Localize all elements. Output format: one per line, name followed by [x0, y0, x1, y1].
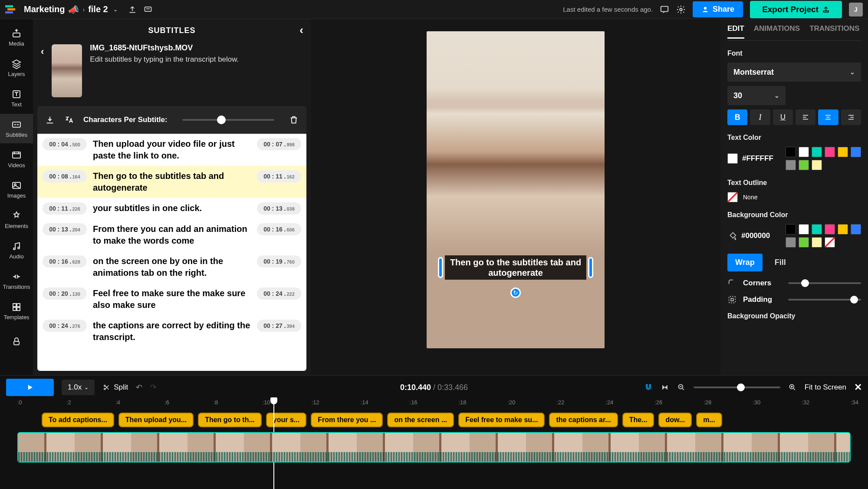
- gear-icon[interactable]: [676, 5, 686, 14]
- underline-button[interactable]: U: [773, 109, 793, 125]
- padding-slider[interactable]: [788, 299, 861, 301]
- rail-text[interactable]: Text: [0, 83, 33, 113]
- caption-handle-left[interactable]: [438, 257, 443, 278]
- subtitle-text[interactable]: Then go to the subtitles tab and autogen…: [93, 170, 251, 194]
- export-button[interactable]: Export Project: [750, 1, 842, 18]
- subtitle-row[interactable]: 00 : 04 .500Then upload your video file …: [37, 134, 306, 166]
- color-swatch[interactable]: [786, 224, 796, 235]
- color-swatch[interactable]: [812, 224, 822, 235]
- rail-templates[interactable]: Templates: [0, 296, 33, 326]
- corners-slider[interactable]: [788, 282, 861, 284]
- subtitle-chip[interactable]: dow...: [658, 413, 692, 427]
- share-button[interactable]: Share: [693, 1, 743, 17]
- subtitle-chip[interactable]: The...: [622, 413, 654, 427]
- subtitle-row[interactable]: 00 : 11 .226your subtitles in one click.…: [37, 198, 306, 219]
- color-swatch[interactable]: [812, 160, 822, 170]
- color-swatch[interactable]: [838, 147, 848, 157]
- color-swatch[interactable]: [825, 237, 835, 248]
- italic-button[interactable]: I: [750, 109, 770, 125]
- color-swatch[interactable]: [838, 224, 848, 235]
- end-time[interactable]: 00 : 24 .222: [257, 287, 301, 300]
- zoom-in-icon[interactable]: [788, 383, 797, 392]
- subtitle-row[interactable]: 00 : 20 .130Feel free to make sure the m…: [37, 283, 306, 315]
- rail-more[interactable]: [0, 327, 33, 356]
- magnet-icon[interactable]: [644, 383, 653, 392]
- text-outline-row[interactable]: None: [727, 192, 861, 202]
- redo-icon[interactable]: ↷: [150, 383, 157, 392]
- end-time[interactable]: 00 : 19 .760: [257, 255, 301, 268]
- rail-elements[interactable]: Elements: [0, 205, 33, 235]
- text-color-hex[interactable]: #FFFFFF: [742, 154, 773, 163]
- end-time[interactable]: 00 : 16 .606: [257, 223, 301, 235]
- rail-transitions[interactable]: Transitions: [0, 266, 33, 295]
- color-swatch[interactable]: [851, 224, 861, 235]
- bold-button[interactable]: B: [727, 109, 747, 125]
- start-time[interactable]: 00 : 13 .204: [43, 223, 87, 235]
- rail-audio[interactable]: Audio: [0, 235, 33, 265]
- color-swatch[interactable]: [786, 147, 796, 157]
- clip-thumbnail[interactable]: [52, 44, 82, 97]
- rail-images[interactable]: Images: [0, 175, 33, 204]
- end-time[interactable]: 00 : 13 .038: [257, 202, 301, 215]
- start-time[interactable]: 00 : 16 .628: [43, 255, 87, 268]
- start-time[interactable]: 00 : 04 .500: [43, 138, 87, 150]
- close-icon[interactable]: ✕: [854, 382, 862, 393]
- subtitle-chip[interactable]: m...: [696, 413, 722, 427]
- subtitle-chip[interactable]: From there you ...: [311, 413, 383, 427]
- back-chevron-icon[interactable]: ‹: [41, 46, 44, 97]
- caption-handle-right[interactable]: [588, 257, 593, 278]
- start-time[interactable]: 00 : 11 .226: [43, 202, 87, 215]
- chat-icon[interactable]: [660, 5, 669, 14]
- comment-icon[interactable]: [144, 5, 152, 14]
- trim-icon[interactable]: [661, 383, 669, 392]
- avatar[interactable]: J: [849, 3, 863, 17]
- upload-icon[interactable]: [128, 5, 137, 14]
- size-select[interactable]: 30 ⌄: [727, 86, 786, 105]
- play-button[interactable]: [6, 379, 54, 396]
- rotate-handle-icon[interactable]: ↻: [510, 287, 521, 298]
- subtitle-row[interactable]: 00 : 13 .204From there you can add an an…: [37, 219, 306, 251]
- subtitle-chip[interactable]: Then upload you...: [118, 413, 194, 427]
- end-time[interactable]: 00 : 07 .998: [257, 138, 301, 150]
- subtitle-text[interactable]: Feel free to make sure the make sure als…: [93, 287, 251, 311]
- none-swatch-icon[interactable]: [727, 192, 738, 202]
- collapse-panel-icon[interactable]: ‹: [299, 23, 304, 37]
- cps-slider[interactable]: [182, 119, 274, 121]
- subtitle-row[interactable]: 00 : 08 .164Then go to the subtitles tab…: [37, 166, 306, 198]
- subtitle-row[interactable]: 00 : 24 .276the captions are correct by …: [37, 315, 306, 347]
- end-time[interactable]: 00 : 27 .394: [257, 320, 301, 332]
- text-color-preview[interactable]: [727, 153, 738, 164]
- tab-transitions[interactable]: TRANSITIONS: [809, 24, 859, 37]
- download-icon[interactable]: [45, 115, 55, 125]
- chevron-down-icon[interactable]: ⌄: [113, 7, 118, 13]
- speed-select[interactable]: 1.0x⌄: [62, 380, 95, 395]
- font-select[interactable]: Montserrat ⌄: [727, 63, 861, 82]
- subtitle-text[interactable]: on the screen one by one in the animatio…: [93, 255, 251, 279]
- subtitle-chip[interactable]: Feel free to make su...: [458, 413, 545, 427]
- color-swatch[interactable]: [812, 237, 822, 248]
- breadcrumb-root[interactable]: Marketing: [24, 4, 65, 14]
- color-swatch[interactable]: [812, 147, 822, 157]
- undo-icon[interactable]: ↶: [136, 383, 142, 392]
- breadcrumb-file[interactable]: file 2: [88, 4, 108, 14]
- subtitle-chip[interactable]: your s...: [266, 413, 306, 427]
- tab-animations[interactable]: ANIMATIONS: [754, 24, 800, 37]
- wrap-button[interactable]: Wrap: [727, 254, 763, 271]
- subtitle-row[interactable]: 00 : 16 .628on the screen one by one in …: [37, 251, 306, 283]
- subtitle-text[interactable]: Then upload your video file or just past…: [93, 138, 251, 162]
- bg-color-hex[interactable]: #000000: [741, 231, 770, 240]
- start-time[interactable]: 00 : 24 .276: [43, 320, 87, 332]
- split-button[interactable]: Split: [102, 383, 128, 392]
- zoom-out-icon[interactable]: [677, 383, 686, 392]
- color-swatch[interactable]: [825, 224, 835, 235]
- subtitle-chip[interactable]: on the screen ...: [387, 413, 454, 427]
- caption-text[interactable]: Then go to the subtitles tab and autogen…: [445, 255, 586, 280]
- video-clip-track[interactable]: [17, 432, 851, 463]
- color-swatch[interactable]: [799, 224, 809, 235]
- preview-canvas[interactable]: Then go to the subtitles tab and autogen…: [427, 31, 605, 348]
- subtitle-chip[interactable]: Then go to th...: [198, 413, 262, 427]
- ruler[interactable]: :0:2:4:6:8:10:12:14:16:18:20:22:24:26:28…: [0, 399, 868, 410]
- rail-videos[interactable]: Videos: [0, 144, 33, 174]
- subtitle-text[interactable]: your subtitles in one click.: [93, 202, 251, 214]
- align-center-button[interactable]: [818, 109, 838, 125]
